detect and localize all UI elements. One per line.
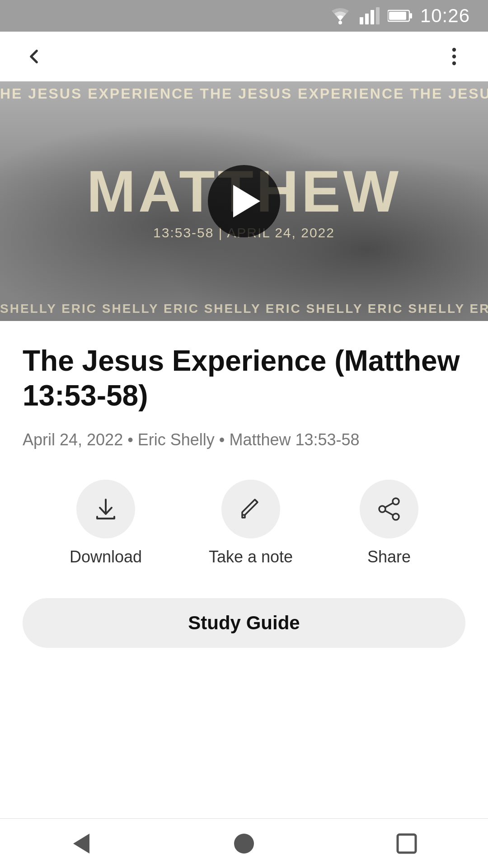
status-time: 10:26 xyxy=(420,5,470,27)
more-options-button[interactable] xyxy=(438,41,470,72)
ticker-top: HE JESUS EXPERIENCE THE JESUS EXPERIENCE… xyxy=(0,81,488,106)
share-action[interactable]: Share xyxy=(360,480,418,566)
svg-point-10 xyxy=(452,61,456,65)
svg-rect-3 xyxy=(371,10,374,24)
ticker-bottom: SHELLY ERIC SHELLY ERIC SHELLY ERIC SHEL… xyxy=(0,296,488,321)
pencil-icon xyxy=(238,496,264,522)
download-icon xyxy=(93,496,119,522)
svg-rect-2 xyxy=(365,14,369,24)
svg-point-12 xyxy=(379,506,385,512)
svg-point-15 xyxy=(234,834,254,854)
svg-marker-14 xyxy=(73,834,89,854)
signal-icon xyxy=(360,7,380,24)
video-thumbnail[interactable]: HE JESUS EXPERIENCE THE JESUS EXPERIENCE… xyxy=(0,81,488,321)
nav-back-button[interactable] xyxy=(63,826,99,862)
svg-rect-16 xyxy=(398,835,416,853)
svg-point-11 xyxy=(393,498,399,505)
share-label: Share xyxy=(367,547,411,566)
svg-point-9 xyxy=(452,55,456,58)
svg-rect-6 xyxy=(389,12,406,20)
wifi-icon xyxy=(329,7,352,24)
download-label: Download xyxy=(70,547,142,566)
status-icons: 10:26 xyxy=(329,5,470,27)
share-circle xyxy=(360,480,418,538)
sermon-title: The Jesus Experience (Matthew 13:53-58) xyxy=(23,344,465,413)
svg-rect-4 xyxy=(376,7,380,24)
study-guide-label: Study Guide xyxy=(188,612,300,634)
bottom-navigation xyxy=(0,818,488,868)
take-note-action[interactable]: Take a note xyxy=(209,480,293,566)
actions-row: Download Take a note xyxy=(23,480,465,566)
take-note-label: Take a note xyxy=(209,547,293,566)
content-area: The Jesus Experience (Matthew 13:53-58) … xyxy=(0,321,488,684)
nav-recents-button[interactable] xyxy=(389,826,425,862)
play-button[interactable] xyxy=(208,165,280,237)
svg-rect-7 xyxy=(410,13,412,19)
nav-back-icon xyxy=(68,830,95,857)
top-navigation xyxy=(0,32,488,81)
ticker-top-text: HE JESUS EXPERIENCE THE JESUS EXPERIENCE… xyxy=(0,85,488,102)
battery-icon xyxy=(388,9,412,23)
download-circle xyxy=(76,480,135,538)
nav-recents-icon xyxy=(393,830,420,857)
nav-home-icon xyxy=(230,830,258,857)
sermon-meta: April 24, 2022 • Eric Shelly • Matthew 1… xyxy=(23,427,465,453)
take-note-circle xyxy=(221,480,280,538)
download-action[interactable]: Download xyxy=(70,480,142,566)
svg-point-0 xyxy=(338,21,342,24)
video-background: HE JESUS EXPERIENCE THE JESUS EXPERIENCE… xyxy=(0,81,488,321)
ticker-bottom-text: SHELLY ERIC SHELLY ERIC SHELLY ERIC SHEL… xyxy=(0,302,488,316)
svg-point-8 xyxy=(452,48,456,52)
study-guide-button[interactable]: Study Guide xyxy=(23,598,465,648)
status-bar: 10:26 xyxy=(0,0,488,32)
nav-home-button[interactable] xyxy=(226,826,262,862)
svg-point-13 xyxy=(393,514,399,520)
svg-rect-1 xyxy=(360,17,363,24)
back-button[interactable] xyxy=(18,41,50,72)
share-icon xyxy=(376,496,402,522)
play-icon xyxy=(233,185,260,217)
